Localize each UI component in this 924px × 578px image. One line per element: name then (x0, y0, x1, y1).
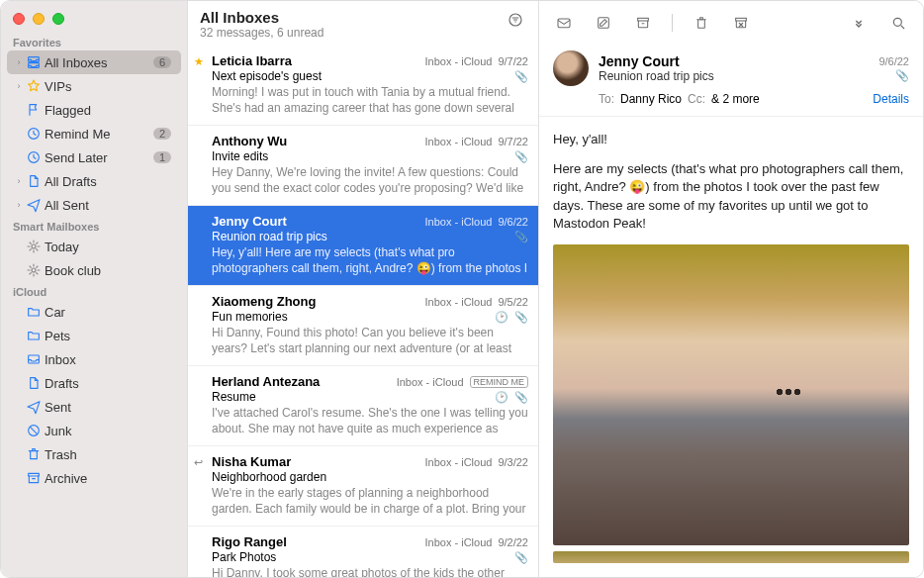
sidebar-item-label: Car (43, 305, 171, 320)
sidebar-item-pets[interactable]: Pets (7, 324, 181, 347)
cc-label: Cc: (688, 92, 705, 106)
message-detail-pane: Jenny Court Reunion road trip pics 9/6/2… (539, 1, 923, 577)
sidebar-item-drafts[interactable]: Drafts (7, 371, 181, 395)
mailbox-label: Inbox - iCloud (425, 296, 493, 308)
attachment-icon: 📎 (514, 150, 528, 163)
sidebar-item-all-inboxes[interactable]: › All Inboxes 6 (7, 50, 181, 74)
svg-point-20 (893, 18, 901, 26)
message-preview: I've attached Carol's resume. She's the … (212, 406, 528, 437)
sidebar-item-all-sent[interactable]: › All Sent (7, 193, 181, 217)
sidebar-item-today[interactable]: Today (7, 235, 181, 258)
attachment-image[interactable] (553, 244, 909, 545)
attachment-icon: 📎 (514, 231, 528, 243)
sidebar-item-label: Today (43, 240, 171, 254)
sidebar-item-archive[interactable]: Archive (7, 466, 181, 490)
sidebar-item-all-drafts[interactable]: › All Drafts (7, 169, 181, 193)
message-row[interactable]: Jenny CourtInbox - iCloud9/6/22 Reunion … (188, 206, 538, 286)
message-subject: Reunion road trip pics (599, 69, 714, 83)
sidebar: Favorites › All Inboxes 6 › VIPs Flagged… (1, 1, 187, 577)
message-row[interactable]: ★ Leticia IbarraInbox - iCloud9/7/22 Nex… (188, 46, 538, 126)
message-date: 9/6/22 (498, 216, 528, 228)
sidebar-item-label: Inbox (43, 352, 171, 367)
folder-icon (25, 328, 43, 343)
attachment-icon: 📎 (514, 311, 528, 324)
delete-button[interactable] (691, 12, 712, 34)
message-preview: Hey Danny, We're loving the invite! A fe… (212, 165, 528, 197)
sidebar-item-label: Archive (43, 471, 171, 486)
message-row[interactable]: Anthony WuInbox - iCloud9/7/22 Invite ed… (188, 126, 538, 206)
svg-line-8 (31, 428, 38, 434)
toolbar-divider (672, 14, 673, 32)
svg-point-5 (32, 268, 36, 272)
sidebar-item-trash[interactable]: Trash (7, 442, 181, 466)
inbox-icon (25, 351, 43, 367)
minimize-window-button[interactable] (33, 13, 45, 25)
filter-button[interactable] (505, 9, 526, 31)
body-text: Here are my selects (that's what pro pho… (553, 160, 909, 233)
sender-name: Herland Antezana (212, 374, 320, 389)
message-date: 9/7/22 (498, 136, 528, 147)
sidebar-section-title: iCloud (1, 282, 187, 300)
compose-button[interactable] (593, 12, 614, 34)
search-button[interactable] (887, 12, 909, 34)
doc-icon (25, 173, 43, 189)
mailbox-label: Inbox - iCloud (425, 456, 493, 468)
attachment-icon: 📎 (514, 391, 528, 404)
message-row[interactable]: Xiaomeng ZhongInbox - iCloud9/5/22 Fun m… (188, 286, 538, 366)
message-subject: Fun memories (212, 310, 288, 324)
to-value[interactable]: Danny Rico (620, 92, 682, 106)
svg-rect-6 (29, 355, 40, 363)
svg-rect-15 (558, 19, 570, 28)
mailbox-label: Inbox - iCloud (425, 55, 493, 67)
remind-me-badge: REMIND ME (470, 376, 529, 388)
svg-line-21 (901, 26, 904, 29)
mark-read-button[interactable] (553, 12, 575, 34)
sidebar-item-car[interactable]: Car (7, 300, 181, 324)
svg-rect-9 (29, 473, 40, 476)
archive-button[interactable] (632, 12, 654, 34)
doc-icon (25, 375, 43, 391)
sidebar-item-label: All Drafts (43, 174, 171, 189)
message-row[interactable]: ↩ Nisha KumarInbox - iCloud9/3/22 Neighb… (188, 446, 538, 527)
mailbox-label: Inbox - iCloud (397, 376, 464, 388)
toolbar (539, 1, 923, 45)
message-row[interactable]: Herland AntezanaInbox - iCloudREMIND ME … (188, 366, 538, 446)
sidebar-item-remind-me[interactable]: Remind Me 2 (7, 122, 181, 145)
sidebar-item-label: Sent (43, 400, 171, 415)
clock-send-icon (25, 149, 43, 165)
message-date: 9/6/22 (878, 55, 909, 67)
zoom-window-button[interactable] (52, 13, 64, 25)
junk-button[interactable] (730, 12, 752, 34)
cc-value[interactable]: & 2 more (711, 92, 760, 106)
sidebar-item-flagged[interactable]: Flagged (7, 98, 181, 122)
sidebar-badge: 2 (153, 128, 171, 140)
message-list-pane: All Inboxes 32 messages, 6 unread ★ Leti… (187, 1, 539, 577)
message-row[interactable]: Rigo RangelInbox - iCloud9/2/22 Park Pho… (188, 527, 538, 577)
star-icon: ★ (194, 55, 204, 68)
message-preview: We're in the early stages of planning a … (212, 486, 528, 518)
sender-name: Jenny Court (212, 214, 287, 229)
more-button[interactable] (848, 12, 870, 34)
mailbox-title: All Inboxes (200, 9, 323, 26)
sidebar-item-vips[interactable]: › VIPs (7, 74, 181, 98)
details-link[interactable]: Details (873, 92, 909, 106)
sidebar-item-inbox[interactable]: Inbox (7, 347, 181, 371)
sidebar-item-label: VIPs (43, 79, 171, 94)
sidebar-item-sent[interactable]: Sent (7, 395, 181, 419)
message-date: 9/5/22 (498, 296, 528, 308)
gear-icon (25, 239, 43, 254)
attachment-icon: 📎 (514, 70, 528, 83)
clock-icon: 🕑 (495, 391, 508, 404)
message-subject: Invite edits (212, 149, 268, 163)
sidebar-item-junk[interactable]: Junk (7, 419, 181, 442)
archive-icon (25, 470, 43, 486)
paperplane-icon (25, 197, 43, 213)
sidebar-item-book-club[interactable]: Book club (7, 258, 181, 282)
clock-icon (25, 126, 43, 142)
sidebar-item-send-later[interactable]: Send Later 1 (7, 145, 181, 169)
close-window-button[interactable] (13, 13, 25, 25)
message-date: 9/3/22 (498, 456, 528, 468)
sidebar-item-label: Junk (43, 424, 171, 438)
attachment-image-2[interactable] (553, 551, 909, 563)
star-icon (25, 78, 43, 94)
